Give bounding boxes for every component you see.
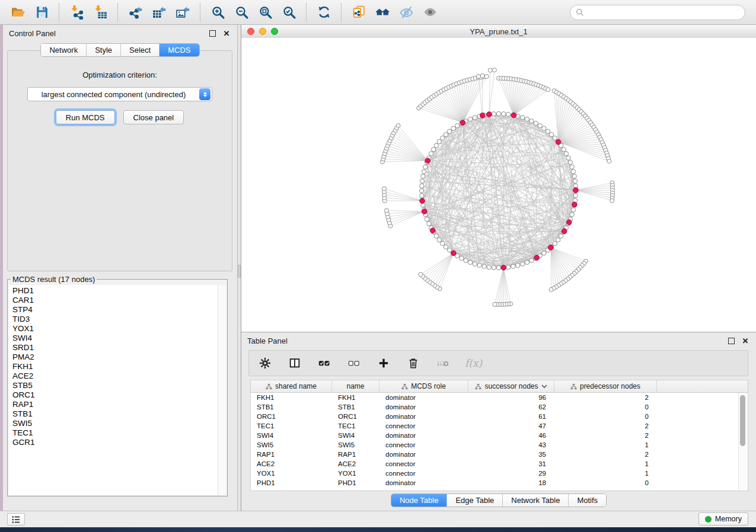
table-row[interactable]: PHD1PHD1dominator180 — [251, 478, 748, 488]
tab-network[interactable]: Network — [41, 44, 87, 56]
cell[interactable]: ORC1 — [332, 413, 379, 420]
column-header-name[interactable]: name — [332, 380, 379, 392]
mcds-result-item[interactable]: SRD1 — [12, 343, 226, 352]
refresh-view-button[interactable] — [314, 2, 334, 23]
select-all-button[interactable] — [317, 355, 332, 371]
cell[interactable]: STB1 — [251, 403, 332, 411]
cell[interactable]: PHD1 — [332, 479, 379, 486]
show-task-history-button[interactable] — [7, 513, 25, 525]
float-table-panel-button[interactable] — [726, 336, 736, 345]
function-builder-button[interactable]: f(x) — [465, 355, 482, 371]
cell[interactable]: 29 — [468, 470, 554, 477]
close-panel-button[interactable]: ✕ — [222, 28, 231, 38]
mcds-result-item[interactable]: STB5 — [12, 381, 226, 390]
cell[interactable]: 0 — [554, 413, 657, 420]
cell[interactable]: YOX1 — [332, 470, 379, 477]
export-image-button[interactable] — [173, 2, 193, 23]
delete-row-button[interactable] — [406, 355, 421, 371]
network-overview-button[interactable] — [372, 2, 393, 23]
cell[interactable]: 2 — [554, 432, 657, 439]
zoom-out-button[interactable] — [231, 2, 251, 23]
zoom-selected-button[interactable] — [279, 2, 299, 23]
mcds-result-item[interactable]: PMA2 — [12, 352, 226, 362]
close-panel-button-mcds[interactable]: Close panel — [123, 110, 184, 124]
cell[interactable]: 61 — [468, 413, 554, 420]
export-table-button[interactable] — [149, 2, 169, 23]
mcds-result-item[interactable]: STP4 — [12, 305, 226, 315]
cell[interactable]: ACE2 — [332, 460, 379, 467]
column-header-successor-nodes[interactable]: successor nodes — [468, 380, 554, 392]
network-svg[interactable] — [241, 38, 756, 331]
cell[interactable]: 43 — [468, 441, 554, 448]
cell[interactable]: 1 — [554, 470, 657, 477]
table-tab-motifs[interactable]: Motifs — [569, 494, 606, 507]
table-row[interactable]: STB1STB1dominator620 — [251, 402, 748, 412]
import-network-button[interactable] — [66, 2, 87, 23]
cell[interactable]: 96 — [468, 394, 554, 401]
mcds-result-item[interactable]: STB1 — [12, 409, 226, 419]
mcds-result-item[interactable]: RAP1 — [12, 400, 226, 409]
cell[interactable]: RAP1 — [332, 451, 379, 458]
mcds-result-item[interactable]: TEC1 — [12, 428, 226, 438]
float-panel-button[interactable] — [208, 28, 217, 38]
search-box[interactable] — [570, 5, 745, 20]
cell[interactable]: 2 — [554, 422, 657, 430]
cell[interactable]: SWI5 — [251, 441, 332, 448]
column-header-shared-name[interactable]: shared name — [251, 380, 332, 392]
cell[interactable]: TEC1 — [332, 422, 379, 430]
cell[interactable]: dominator — [379, 394, 468, 401]
cell[interactable]: FKH1 — [251, 394, 332, 401]
cell[interactable]: 1 — [554, 441, 657, 448]
cell[interactable]: 2 — [554, 394, 657, 401]
cell[interactable]: RAP1 — [251, 451, 332, 458]
cell[interactable]: 47 — [468, 422, 554, 430]
cell[interactable]: 0 — [554, 479, 657, 486]
deselect-all-button[interactable] — [346, 355, 362, 371]
cell[interactable]: PHD1 — [251, 479, 332, 486]
table-row[interactable]: TEC1TEC1connector472 — [251, 421, 748, 431]
cell[interactable]: dominator — [379, 403, 468, 411]
search-input[interactable] — [587, 6, 745, 19]
add-row-button[interactable] — [376, 355, 391, 371]
cell[interactable]: 0 — [554, 403, 657, 411]
cell[interactable]: SWI4 — [251, 432, 332, 439]
table-scrollbar[interactable] — [738, 393, 747, 490]
table-tab-network-table[interactable]: Network Table — [503, 494, 569, 507]
cell[interactable]: connector — [379, 460, 468, 467]
delete-table-button[interactable] — [435, 355, 451, 371]
table-tab-edge-table[interactable]: Edge Table — [447, 494, 503, 507]
save-session-button[interactable] — [31, 2, 52, 23]
open-file-button[interactable] — [8, 2, 28, 23]
network-canvas[interactable] — [241, 38, 756, 331]
close-table-panel-button[interactable]: ✕ — [741, 336, 750, 345]
clone-network-button[interactable] — [349, 2, 369, 23]
show-columns-button[interactable] — [287, 355, 302, 371]
mcds-result-item[interactable]: SWI5 — [12, 419, 226, 428]
table-row[interactable]: ORC1ORC1dominator610 — [251, 412, 748, 421]
run-mcds-button[interactable]: Run MCDS — [56, 110, 115, 124]
cell[interactable]: TEC1 — [251, 422, 332, 430]
import-table-button[interactable] — [90, 2, 110, 23]
table-row[interactable]: ACE2ACE2connector311 — [251, 459, 748, 469]
scrollbar-thumb[interactable] — [740, 395, 745, 446]
mcds-result-item[interactable]: TID3 — [12, 315, 226, 324]
column-header-mcds-role[interactable]: MCDS role — [379, 380, 468, 392]
cell[interactable]: 2 — [554, 451, 657, 458]
zoom-fit-button[interactable] — [255, 2, 275, 23]
cell[interactable]: ACE2 — [251, 460, 332, 467]
table-options-button[interactable] — [257, 355, 273, 371]
cell[interactable]: SWI4 — [332, 432, 379, 439]
mcds-result-item[interactable]: PHD1 — [12, 286, 226, 296]
cell[interactable]: 1 — [554, 460, 657, 467]
cell[interactable]: SWI5 — [332, 441, 379, 448]
cell[interactable]: dominator — [379, 413, 468, 420]
cell[interactable]: dominator — [379, 479, 468, 486]
tab-select[interactable]: Select — [121, 44, 160, 56]
cell[interactable]: connector — [379, 441, 468, 448]
tab-style[interactable]: Style — [87, 44, 121, 56]
table-row[interactable]: SWI4SWI4dominator462 — [251, 431, 748, 440]
mcds-result-item[interactable]: CAR1 — [12, 296, 226, 305]
mcds-result-item[interactable]: ACE2 — [12, 371, 226, 381]
column-header-predecessor-nodes[interactable]: predecessor nodes — [554, 380, 657, 392]
cell[interactable]: dominator — [379, 451, 468, 458]
